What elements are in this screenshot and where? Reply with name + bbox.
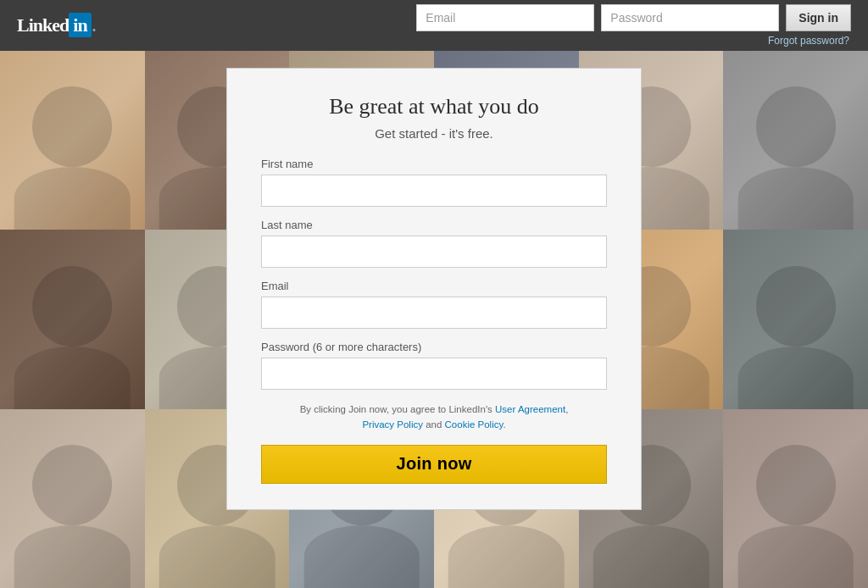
- first-name-label: First name: [261, 158, 607, 170]
- terms-and: and: [423, 419, 445, 430]
- bg-cell: [0, 409, 145, 588]
- last-name-group: Last name: [261, 219, 607, 268]
- first-name-group: First name: [261, 158, 607, 207]
- privacy-policy-link[interactable]: Privacy Policy: [362, 419, 423, 430]
- logo-dot: .: [92, 18, 96, 35]
- terms-text: By clicking Join now, you agree to Linke…: [261, 402, 607, 433]
- terms-comma: ,: [565, 404, 568, 414]
- modal-subtitle: Get started - it's free.: [261, 126, 607, 141]
- bg-cell: [0, 51, 145, 230]
- bg-cell: [0, 230, 145, 408]
- password-input[interactable]: [261, 358, 607, 390]
- cookie-policy-link[interactable]: Cookie Policy: [445, 419, 504, 430]
- email-input[interactable]: [261, 297, 607, 329]
- user-agreement-link[interactable]: User Agreement: [495, 404, 565, 414]
- terms-text-1: By clicking Join now, you agree to Linke…: [300, 404, 495, 414]
- last-name-label: Last name: [261, 219, 607, 231]
- header-email-input[interactable]: [416, 4, 594, 31]
- forgot-password-link[interactable]: Forgot password?: [768, 35, 851, 47]
- header-password-input[interactable]: [601, 4, 779, 31]
- logo-text: Linkedin.: [17, 14, 95, 36]
- header: Linkedin. Sign in Forgot password?: [0, 0, 868, 51]
- modal-title: Be great at what you do: [261, 94, 607, 119]
- bg-cell: [723, 230, 868, 408]
- last-name-input[interactable]: [261, 236, 607, 268]
- logo-in: in: [69, 13, 91, 37]
- password-group: Password (6 or more characters): [261, 341, 607, 390]
- first-name-input[interactable]: [261, 175, 607, 207]
- password-label: Password (6 or more characters): [261, 341, 607, 353]
- logo: Linkedin.: [17, 14, 95, 36]
- email-group: Email: [261, 280, 607, 329]
- bg-cell: [723, 51, 868, 230]
- signin-button[interactable]: Sign in: [786, 4, 851, 31]
- header-inputs: Sign in: [416, 4, 851, 31]
- logo-linked: Linked: [17, 14, 69, 36]
- join-now-button[interactable]: Join now: [261, 445, 607, 484]
- bg-cell: [723, 409, 868, 588]
- signup-modal: Be great at what you do Get started - it…: [226, 68, 642, 510]
- header-right: Sign in Forgot password?: [416, 4, 851, 47]
- terms-period: .: [503, 419, 505, 430]
- email-label: Email: [261, 280, 607, 292]
